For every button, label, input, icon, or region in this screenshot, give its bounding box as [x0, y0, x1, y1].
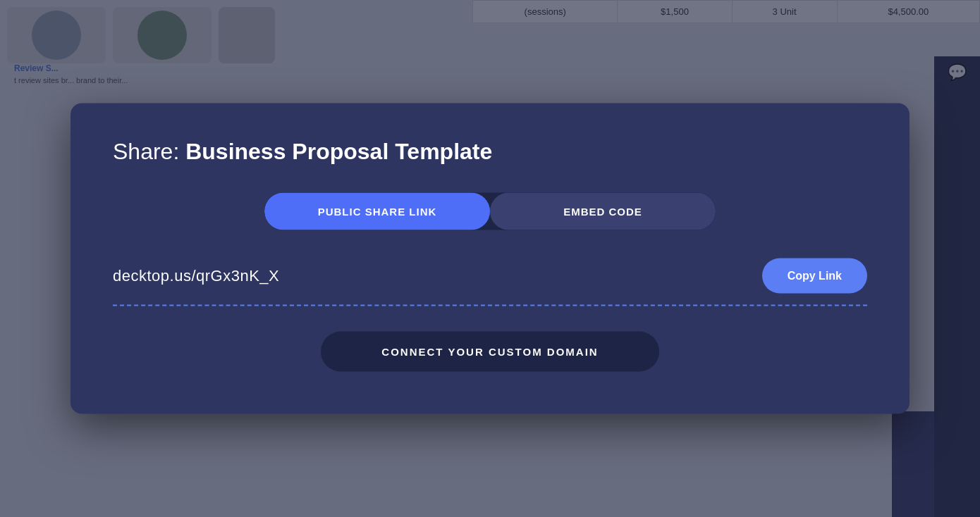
tab-public-share-link[interactable]: PUBLIC SHARE LINK [264, 193, 490, 230]
dashed-divider [113, 305, 867, 306]
link-url-text: decktop.us/qrGx3nK_X [113, 267, 279, 285]
modal-title-prefix: Share: [113, 139, 185, 164]
share-modal: Share: Business Proposal Template PUBLIC… [71, 104, 909, 414]
custom-domain-button[interactable]: CONNECT YOUR CUSTOM DOMAIN [321, 332, 659, 372]
tab-embed-code[interactable]: EMBED CODE [490, 193, 716, 230]
tab-container: PUBLIC SHARE LINK EMBED CODE [264, 193, 716, 230]
link-row: decktop.us/qrGx3nK_X Copy Link [113, 258, 867, 294]
modal-title-bold: Business Proposal Template [185, 139, 492, 164]
copy-link-button[interactable]: Copy Link [762, 258, 867, 294]
modal-title: Share: Business Proposal Template [113, 139, 867, 165]
